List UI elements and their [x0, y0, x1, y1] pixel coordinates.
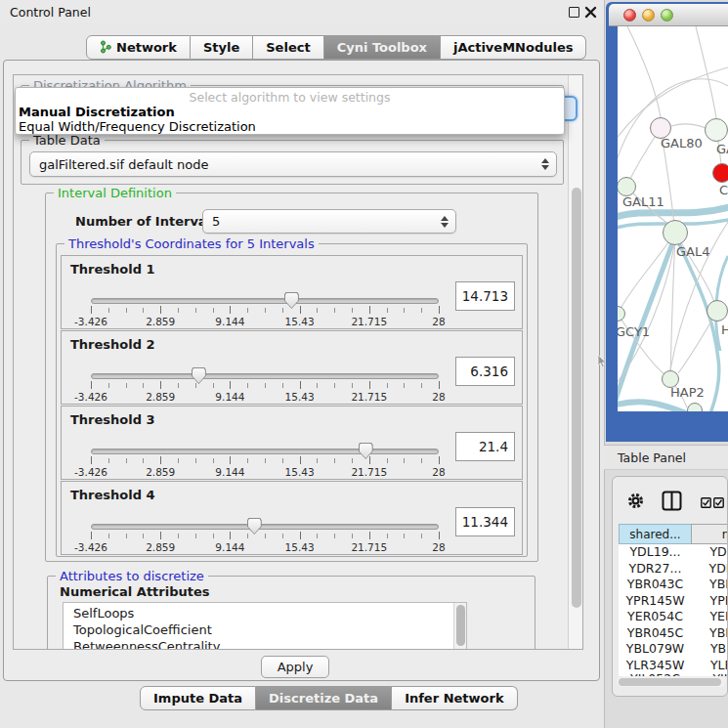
threshold-3-slider[interactable]: -3.426 2.859 9.144 15.43 21.715 28: [91, 446, 439, 477]
threshold-4-slider[interactable]: -3.426 2.859 9.144 15.43 21.715 28: [91, 521, 439, 552]
threshold-2-value-field[interactable]: 6.316: [455, 357, 515, 386]
node-gal11[interactable]: [618, 177, 636, 196]
close-traffic-light-icon[interactable]: [623, 9, 636, 21]
tab-impute-data[interactable]: Impute Data: [140, 686, 256, 710]
tab-select[interactable]: Select: [253, 35, 323, 60]
close-icon[interactable]: [584, 5, 597, 19]
slider-minor-ticks: [91, 308, 440, 313]
table-header-row: shared... n: [619, 524, 728, 544]
tab-network[interactable]: Network: [86, 35, 191, 60]
list-scrollbar[interactable]: [453, 603, 466, 650]
num-intervals-label: Number of Intervals: [75, 214, 219, 229]
table-body: YDL19...YDL1 YDR27...YDR2 YBR043CYBR0 YP…: [619, 544, 728, 676]
minimize-traffic-light-icon[interactable]: [642, 9, 655, 21]
table-panel-title: Table Panel: [618, 450, 686, 465]
tab-label: Discretize Data: [269, 691, 378, 706]
slider-thumb[interactable]: [247, 518, 262, 535]
slider-minor-ticks: [91, 534, 440, 538]
slider-minor-ticks: [91, 458, 440, 463]
network-view-window: GAL80 GA C GAL11 GAL4 GCY1 H HAP2: [606, 2, 728, 442]
node-label-gcy1: GCY1: [618, 324, 650, 339]
network-window-titlebar[interactable]: [609, 4, 728, 26]
table-row[interactable]: YER054CYER0: [619, 609, 728, 625]
tab-label: jActiveMNodules: [453, 40, 574, 55]
apply-button[interactable]: Apply: [261, 656, 329, 678]
tab-discretize-data[interactable]: Discretize Data: [256, 686, 392, 710]
threshold-label: Threshold 3: [70, 412, 155, 427]
checkbox-icon-1[interactable]: [701, 497, 711, 508]
thresholds-group: Threshold's Coordinates for 5 Intervals …: [56, 243, 528, 557]
network-canvas[interactable]: GAL80 GA C GAL11 GAL4 GCY1 H HAP2: [618, 26, 728, 411]
node-gal[interactable]: [705, 118, 728, 142]
node-label-gal80: GAL80: [661, 136, 703, 150]
dropdown-option-manual[interactable]: Manual Discretization: [19, 105, 175, 119]
threshold-4-value-field[interactable]: 11.344: [455, 507, 515, 536]
column-header-shared[interactable]: shared...: [619, 524, 692, 544]
slider-thumb[interactable]: [284, 292, 299, 309]
combo-value: 5: [212, 214, 220, 229]
threshold-2-slider[interactable]: -3.426 2.859 9.144 15.43 21.715 28: [91, 370, 439, 402]
tab-infer-network[interactable]: Infer Network: [392, 686, 517, 710]
node-bottom-partial[interactable]: [687, 403, 703, 411]
threshold-4-panel: Threshold 4 11.344 -3.426 2.859 9.144 15…: [61, 481, 523, 555]
scrollbar-thumb[interactable]: [456, 605, 465, 646]
list-item-selfloops[interactable]: SelfLoops: [73, 606, 134, 621]
node-label-gal4: GAL4: [676, 244, 709, 259]
float-window-icon[interactable]: [569, 7, 579, 18]
table-row[interactable]: YBR045CYBR0: [619, 625, 728, 642]
slider-track[interactable]: [91, 298, 439, 304]
table-row[interactable]: YBL079WYBL0: [619, 641, 728, 658]
table-panel-header: Table Panel: [604, 445, 728, 470]
checkbox-icon-2[interactable]: [713, 497, 724, 508]
slider-thumb[interactable]: [359, 443, 373, 459]
slider-thumb[interactable]: [192, 367, 206, 384]
group-title: Threshold's Coordinates for 5 Intervals: [64, 236, 319, 251]
table-row[interactable]: YDL19...YDL1: [619, 544, 728, 561]
threshold-1-value-field[interactable]: 14.713: [455, 281, 515, 311]
tab-cyni-toolbox[interactable]: Cyni Toolbox: [324, 35, 441, 60]
zoom-traffic-light-icon[interactable]: [661, 9, 673, 21]
interval-definition-group: Interval Definition Number of Intervals …: [45, 193, 538, 562]
split-panel-icon[interactable]: [662, 491, 682, 511]
num-intervals-combo[interactable]: 5: [202, 209, 456, 234]
slider-track[interactable]: [91, 524, 439, 530]
table-row[interactable]: YBR043CYBR0: [619, 577, 728, 593]
node-label-gal11: GAL11: [622, 194, 664, 209]
threshold-3-value-field[interactable]: 21.4: [455, 432, 515, 461]
network-edges: [618, 26, 728, 411]
slider-track[interactable]: [91, 449, 439, 454]
bottom-tab-bar: Impute Data Discretize Data Infer Networ…: [140, 686, 518, 710]
tab-label: Cyni Toolbox: [337, 40, 427, 55]
list-item-betweennesscentrality[interactable]: BetweennessCentrality: [73, 639, 220, 650]
slider-track[interactable]: [91, 373, 439, 379]
table-data-combo[interactable]: galFiltered.sif default node: [29, 151, 557, 177]
tab-jactivemnodules[interactable]: jActiveMNodules: [441, 35, 587, 60]
tab-style[interactable]: Style: [191, 35, 253, 60]
top-tab-bar: Network Style Select Cyni Toolbox jActiv…: [86, 35, 586, 60]
panel-title: Control Panel: [10, 5, 91, 20]
node-gal4[interactable]: [663, 220, 688, 245]
node-selected-red[interactable]: [712, 163, 728, 183]
group-title: Table Data: [29, 133, 105, 148]
table-panel: shared... n YDL19...YDL1 YDR27...YDR2 YB…: [612, 476, 728, 697]
control-panel-titlebar: Control Panel: [0, 0, 604, 23]
table-row[interactable]: YDR27...YDR2: [619, 561, 728, 578]
threshold-1-slider[interactable]: -3.426 2.859 9.144 15.43 21.715 28: [91, 295, 439, 326]
scrollbar-thumb[interactable]: [572, 188, 581, 608]
node-label-gal: GA: [716, 142, 728, 156]
tab-label: Impute Data: [153, 691, 242, 706]
attributes-group: Attributes to discretize Numerical Attri…: [47, 576, 535, 650]
table-row[interactable]: YPR145WYPR1: [619, 593, 728, 610]
combo-stepper-icon: [441, 216, 449, 228]
column-header-name[interactable]: n: [691, 524, 728, 544]
combo-value: galFiltered.sif default node: [39, 157, 209, 172]
panel-scrollbar[interactable]: [568, 75, 583, 650]
threshold-label: Threshold 2: [70, 337, 155, 352]
list-item-topologicalcoefficient[interactable]: TopologicalCoefficient: [73, 622, 212, 637]
scrollbar-thumb[interactable]: [619, 678, 721, 686]
gear-icon[interactable]: [627, 492, 644, 509]
node-h[interactable]: [707, 300, 728, 321]
network-icon: [100, 40, 111, 54]
table-horizontal-scrollbar[interactable]: [617, 676, 726, 687]
dropdown-option-equal-width[interactable]: Equal Width/Frequency Discretization: [19, 119, 256, 134]
